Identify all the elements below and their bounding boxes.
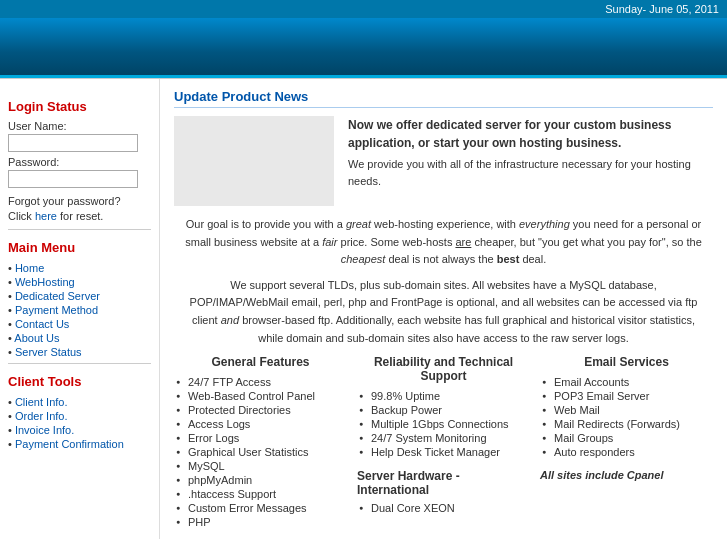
email-col: Email Services Email Accounts POP3 Email… [540,355,713,529]
main-menu: Home WebHosting Dedicated Server Payment… [8,261,151,359]
server-section: Server Hardware - International Dual Cor… [357,469,530,515]
main-layout: Login Status User Name: Password: Forgot… [0,78,727,539]
forgot-password-text: Forgot your password? Click here for res… [8,194,151,225]
feature-item: Protected Directories [174,403,347,417]
feature-item: POP3 Email Server [540,389,713,403]
sidebar-item-about-us[interactable]: About Us [8,331,151,345]
password-input[interactable] [8,170,138,188]
sidebar-item-payment-confirmation[interactable]: Payment Confirmation [8,437,151,451]
feature-item: Mail Redirects (Forwards) [540,417,713,431]
feature-item: 24/7 System Monitoring [357,431,530,445]
sidebar-divider-2 [8,363,151,364]
sidebar-item-payment-method[interactable]: Payment Method [8,303,151,317]
sidebar-item-webhosting[interactable]: WebHosting [8,275,151,289]
password-label: Password: [8,156,151,168]
feature-item: Graphical User Statistics [174,445,347,459]
sidebar-item-client-info[interactable]: Client Info. [8,395,151,409]
feature-item: phpMyAdmin [174,473,347,487]
sidebar-item-dedicated-server[interactable]: Dedicated Server [8,289,151,303]
feature-item: .htaccess Support [174,487,347,501]
reliability-list: 99.8% Uptime Backup Power Multiple 1Gbps… [357,389,530,459]
sidebar-item-contact-us[interactable]: Contact Us [8,317,151,331]
feature-item: Backup Power [357,403,530,417]
feature-item: PHP [174,515,347,529]
sidebar-item-server-status[interactable]: Server Status [8,345,151,359]
username-input[interactable] [8,134,138,152]
intro-box: Now we offer dedicated server for your c… [174,116,713,206]
sidebar-item-home[interactable]: Home [8,261,151,275]
client-tools-menu: Client Info. Order Info. Invoice Info. P… [8,395,151,451]
sidebar-item-invoice-info[interactable]: Invoice Info. [8,423,151,437]
paragraph-2: We support several TLDs, plus sub-domain… [174,277,713,347]
email-title: Email Services [540,355,713,369]
intro-image-placeholder [174,116,334,206]
intro-headline: Now we offer dedicated server for your c… [348,116,713,152]
email-list: Email Accounts POP3 Email Server Web Mai… [540,375,713,459]
forgot-password-link[interactable]: here [35,210,57,222]
page-title: Update Product News [174,89,713,108]
feature-item: Access Logs [174,417,347,431]
intro-right: Now we offer dedicated server for your c… [348,116,713,206]
paragraph-1: Our goal is to provide you with a great … [174,216,713,269]
cpanel-note: All sites include Cpanel [540,469,713,481]
server-title: Server Hardware - International [357,469,530,497]
intro-subtext: We provide you with all of the infrastru… [348,156,713,189]
general-features-list: 24/7 FTP Access Web-Based Control Panel … [174,375,347,529]
feature-item: Error Logs [174,431,347,445]
header-banner [0,18,727,78]
reliability-col: Reliability and Technical Support 99.8% … [357,355,530,529]
main-menu-title: Main Menu [8,240,151,255]
main-content: Update Product News Now we offer dedicat… [160,79,727,539]
feature-item: Web Mail [540,403,713,417]
date-display: Sunday- June 05, 2011 [605,3,719,15]
server-list: Dual Core XEON [357,501,530,515]
sidebar-divider-1 [8,229,151,230]
general-features-title: General Features [174,355,347,369]
feature-item: MySQL [174,459,347,473]
feature-item: Mail Groups [540,431,713,445]
feature-item: Web-Based Control Panel [174,389,347,403]
sidebar: Login Status User Name: Password: Forgot… [0,79,160,539]
reliability-title: Reliability and Technical Support [357,355,530,383]
feature-item: Custom Error Messages [174,501,347,515]
feature-item: Auto responders [540,445,713,459]
sidebar-item-order-info[interactable]: Order Info. [8,409,151,423]
feature-item: Email Accounts [540,375,713,389]
feature-item: 24/7 FTP Access [174,375,347,389]
top-bar: Sunday- June 05, 2011 [0,0,727,18]
general-features-col: General Features 24/7 FTP Access Web-Bas… [174,355,347,529]
feature-item: Multiple 1Gbps Connections [357,417,530,431]
login-status-title: Login Status [8,99,151,114]
feature-item: 99.8% Uptime [357,389,530,403]
username-label: User Name: [8,120,151,132]
feature-item: Dual Core XEON [357,501,530,515]
client-tools-title: Client Tools [8,374,151,389]
feature-item: Help Desk Ticket Manager [357,445,530,459]
features-columns: General Features 24/7 FTP Access Web-Bas… [174,355,713,529]
